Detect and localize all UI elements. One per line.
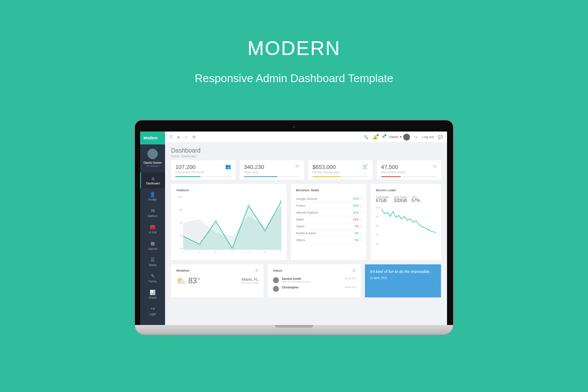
sidebar-item-profile[interactable]: 👤Profile	[140, 188, 165, 205]
sidebar-item-layouts[interactable]: ▦Layouts	[140, 237, 165, 254]
stat-card: 340,230Page views👁	[240, 160, 304, 180]
breadcrumb: Home / Dashboard	[171, 155, 441, 158]
tables-icon: ☰	[141, 257, 164, 263]
sidebar: Modern David Green Art Director ⌂Dashboa…	[140, 132, 165, 325]
avatar	[273, 277, 279, 283]
logout-label[interactable]: Log out	[422, 135, 434, 139]
inbox-panel: Inbox⚙ Sandra SmithHey! I'm working on y…	[268, 264, 360, 297]
sidebar-item-ui-kits[interactable]: 🧰UI Kits	[140, 221, 165, 237]
stat-icon: 🛒	[362, 164, 368, 169]
browser-row: Safari13% ↓	[296, 216, 361, 223]
sidebar-item-login[interactable]: ↪Login	[140, 303, 165, 319]
stat-card: 107,200User activity this month👥	[171, 160, 236, 180]
sidebar-item-tables[interactable]: ☰Tables	[140, 254, 165, 270]
stat-icon: 👁	[295, 164, 300, 169]
sidebar-item-forms[interactable]: ✎Forms	[140, 270, 165, 286]
stat-icon: ✉	[433, 164, 437, 169]
laptop-mockup: Modern David Green Art Director ⌂Dashboa…	[135, 120, 453, 334]
svg-point-5	[183, 236, 184, 237]
user-dropdown[interactable]: David▾	[389, 134, 410, 141]
twitter-icon: 🐦	[370, 281, 436, 287]
browser-row: Internet Explorer16% ↑	[296, 209, 361, 216]
logout-icon[interactable]: ↪	[414, 135, 418, 139]
main: ☰ ◈ ⤢ ⚙ 🔍 🔔 ⚑ David▾ ↪ Log out 💬	[165, 132, 447, 325]
hero-subtitle: Responsive Admin Dashboard Template	[0, 72, 588, 85]
quote-panel: It's kind of fun to do the impossible...…	[365, 264, 441, 297]
svg-point-11	[281, 200, 282, 202]
weather-city: Miami, FL	[241, 277, 259, 282]
svg-point-7	[215, 220, 217, 222]
browser-row: Opera7% ↓	[296, 223, 361, 230]
stat-row: 107,200User activity this month👥340,230P…	[171, 160, 441, 180]
browser-stats-panel: Browser Stats Google Chrome32% ↑Firefox2…	[291, 184, 366, 260]
flag-icon[interactable]: ⚑	[382, 135, 385, 139]
browser-row: Firefox25% ↑	[296, 202, 361, 209]
page-header: Dashboard Home / Dashboard	[165, 143, 447, 160]
inbox-message[interactable]: Christopher15:34 PM	[273, 285, 355, 293]
dashboard-icon: ⌂	[142, 176, 164, 181]
layouts-icon: ▦	[141, 241, 164, 246]
expand-icon[interactable]: ⤢	[184, 135, 188, 139]
avatar	[147, 149, 158, 159]
notifications-icon[interactable]: 🔔	[373, 135, 377, 139]
stat-card: $653,000Monthly revenue goal🛒	[308, 160, 373, 180]
weather-icon: ⛅	[176, 276, 186, 285]
browser-row: Mobile & tablet4% ↑	[296, 230, 361, 237]
gear-icon[interactable]: ⚙	[352, 269, 355, 273]
weather-date: 13th April, 2015	[241, 282, 259, 284]
ui kits-icon: 🧰	[141, 224, 164, 230]
chat-icon[interactable]: 💬	[438, 135, 443, 139]
svg-point-9	[248, 205, 250, 207]
browser-row: Google Chrome32% ↑	[296, 196, 361, 202]
diamond-icon[interactable]: ◈	[177, 135, 180, 139]
sidebar-item-dashboard[interactable]: ⌂Dashboard	[140, 172, 165, 188]
browser-row: Others3% ↑	[296, 237, 361, 244]
app-screen: Modern David Green Art Director ⌂Dashboa…	[140, 132, 447, 325]
forms-icon: ✎	[141, 273, 164, 279]
menu-icon[interactable]: ☰	[169, 135, 173, 139]
svg-point-10	[264, 230, 266, 232]
visitors-panel: Visitors 10080604020 1234567	[171, 184, 287, 260]
profile-block[interactable]: David Green Art Director	[140, 144, 165, 172]
gear-icon[interactable]: ⚙	[255, 269, 258, 273]
server-chart: 10080604020	[376, 206, 436, 245]
stat-card: 47,500New emails recived✉	[377, 160, 441, 180]
svg-point-6	[199, 243, 200, 245]
weather-panel: Weather⚙ ⛅ 83°F Miami, FL 13th April, 20…	[171, 264, 263, 297]
avatar	[273, 286, 279, 292]
server-load-panel: Server Load Total Usage67GB Total Space3…	[371, 184, 441, 260]
page-title: Dashboard	[171, 147, 441, 154]
svg-point-8	[231, 248, 233, 249]
sidebar-item-charts[interactable]: 📊Charts	[140, 286, 165, 303]
sidebar-item-mailbox[interactable]: ✉Mailbox	[140, 205, 165, 221]
profile-name: David Green	[142, 161, 163, 165]
brand-logo[interactable]: Modern	[140, 132, 165, 144]
topbar: ☰ ◈ ⤢ ⚙ 🔍 🔔 ⚑ David▾ ↪ Log out 💬	[165, 132, 447, 143]
charts-icon: 📊	[141, 290, 164, 295]
profile-icon: 👤	[141, 192, 164, 197]
visitors-chart: 10080604020 1234567	[176, 196, 282, 256]
stat-icon: 👥	[225, 164, 231, 169]
settings-icon[interactable]: ⚙	[192, 135, 196, 139]
inbox-message[interactable]: Sandra SmithHey! I'm working on your...1…	[273, 276, 355, 285]
search-icon[interactable]: 🔍	[364, 135, 368, 139]
topbar-avatar	[403, 134, 410, 141]
hero-title: MODERN	[0, 37, 588, 60]
chevron-down-icon: ▾	[400, 135, 401, 139]
mailbox-icon: ✉	[141, 208, 164, 214]
profile-role: Art Director	[142, 165, 163, 167]
hero: MODERN Responsive Admin Dashboard Templa…	[0, 0, 588, 85]
login-icon: ↪	[141, 306, 164, 312]
